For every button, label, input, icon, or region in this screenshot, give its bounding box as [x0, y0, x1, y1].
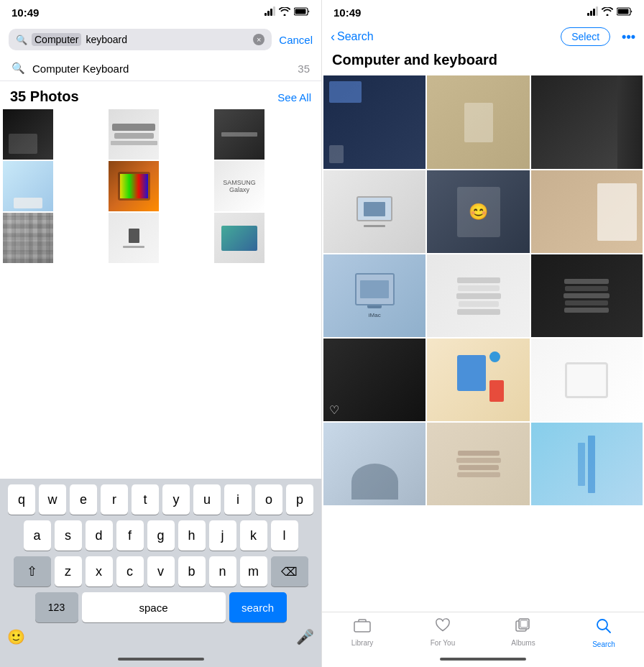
key-row-2: a s d f g h j k l	[3, 520, 318, 551]
back-label: Search	[337, 30, 374, 43]
tab-for-you[interactable]: For You	[402, 618, 483, 648]
search-clear-button[interactable]: ×	[253, 34, 264, 45]
suggestion-search-icon: 🔍	[12, 62, 25, 75]
key-i[interactable]: i	[224, 484, 252, 515]
photo-cell-6[interactable]: SAMSUNGGalaxy	[214, 161, 264, 211]
grid-row-1	[323, 75, 643, 169]
wifi-icon-right	[602, 7, 613, 18]
grid-cell-r5c1[interactable]	[323, 423, 426, 505]
photo-grid-left: SAMSUNGGalaxy	[1, 109, 320, 260]
tab-search[interactable]: Search	[564, 618, 644, 648]
grid-cell-r3c2[interactable]	[427, 254, 529, 337]
key-search[interactable]: search	[229, 592, 287, 622]
home-bar-left	[118, 658, 204, 661]
grid-row-2: 😊	[323, 170, 643, 253]
emoji-button[interactable]: 🙂	[7, 628, 25, 645]
search-tab-icon	[596, 618, 612, 638]
key-d[interactable]: d	[86, 520, 113, 551]
key-h[interactable]: h	[178, 520, 206, 551]
key-v[interactable]: v	[147, 556, 175, 586]
grid-cell-r2c1[interactable]	[323, 170, 426, 253]
key-r[interactable]: r	[101, 484, 128, 515]
albums-icon	[515, 618, 531, 637]
svg-rect-4	[354, 622, 370, 632]
grid-cell-r4c1[interactable]: ♡	[323, 339, 426, 421]
tab-library[interactable]: Library	[322, 618, 402, 648]
key-m[interactable]: m	[240, 556, 267, 586]
grid-cell-r1c3[interactable]	[531, 75, 643, 169]
cancel-button[interactable]: Cancel	[279, 34, 313, 46]
select-button[interactable]: Select	[561, 27, 610, 46]
grid-cell-r3c3[interactable]	[531, 254, 643, 337]
key-w[interactable]: w	[39, 484, 66, 515]
key-f[interactable]: f	[116, 520, 144, 551]
tab-for-you-label: For You	[431, 639, 455, 647]
tab-search-label: Search	[592, 640, 615, 648]
key-k[interactable]: k	[240, 520, 267, 551]
grid-cell-r3c1[interactable]: iMac	[323, 254, 426, 337]
more-button[interactable]: •••	[622, 29, 635, 45]
key-e[interactable]: e	[70, 484, 97, 515]
key-c[interactable]: c	[116, 556, 144, 586]
for-you-icon	[435, 618, 451, 637]
key-p[interactable]: p	[286, 484, 313, 515]
grid-cell-r2c2[interactable]: 😊	[427, 170, 529, 253]
suggestion-row[interactable]: 🔍 Computer Keyboard 35	[0, 56, 321, 81]
grid-row-5	[323, 423, 643, 505]
key-x[interactable]: x	[86, 556, 113, 586]
key-g[interactable]: g	[147, 520, 175, 551]
wifi-icon	[279, 7, 290, 18]
grid-cell-r2c3[interactable]	[531, 170, 643, 253]
key-q[interactable]: q	[8, 484, 35, 515]
key-row-3: ⇧ z x c v b n m ⌫	[3, 556, 318, 586]
photo-cell-2[interactable]	[109, 109, 159, 160]
status-bar-left: 10:49	[0, 0, 321, 23]
bottom-nav: Library For You Albums	[322, 612, 644, 651]
photo-cell-5[interactable]	[109, 161, 159, 211]
home-bar-right	[440, 658, 526, 661]
grid-cell-r4c3[interactable]	[531, 339, 643, 421]
search-icon-left: 🔍	[16, 34, 27, 45]
photo-cell-7[interactable]	[3, 213, 53, 263]
key-b[interactable]: b	[178, 556, 206, 586]
grid-cell-r5c2[interactable]	[427, 423, 529, 505]
photo-cell-8[interactable]	[109, 213, 159, 263]
key-o[interactable]: o	[255, 484, 282, 515]
chevron-left-icon: ‹	[331, 29, 335, 45]
grid-cell-r4c2[interactable]	[427, 339, 529, 421]
battery-icon	[294, 7, 310, 18]
key-delete[interactable]: ⌫	[271, 556, 308, 586]
search-input-wrap[interactable]: 🔍 Computer keyboard ×	[9, 29, 272, 50]
tab-albums[interactable]: Albums	[483, 618, 564, 648]
time-right: 10:49	[334, 6, 361, 19]
nav-bar-right: ‹ Search Select •••	[322, 23, 644, 52]
key-space[interactable]: space	[82, 592, 226, 622]
key-j[interactable]: j	[209, 520, 236, 551]
key-s[interactable]: s	[55, 520, 82, 551]
key-u[interactable]: u	[193, 484, 221, 515]
microphone-button[interactable]: 🎤	[296, 628, 314, 645]
grid-cell-r1c1[interactable]	[323, 75, 426, 169]
key-n[interactable]: n	[209, 556, 236, 586]
photo-cell-4[interactable]	[3, 161, 53, 211]
key-shift[interactable]: ⇧	[14, 556, 51, 586]
key-a[interactable]: a	[24, 520, 51, 551]
key-numbers[interactable]: 123	[35, 592, 78, 622]
photo-cell-9[interactable]	[214, 213, 264, 263]
photo-cell-1[interactable]	[3, 109, 53, 160]
grid-cell-r5c3[interactable]	[531, 423, 643, 505]
key-t[interactable]: t	[132, 484, 159, 515]
suggestion-text: Computer Keyboard	[32, 63, 129, 75]
see-all-button[interactable]: See All	[277, 91, 311, 104]
library-icon	[354, 618, 371, 637]
back-button[interactable]: ‹ Search	[331, 29, 374, 45]
status-bar-right: 10:49	[322, 0, 644, 23]
key-y[interactable]: y	[162, 484, 190, 515]
phone-right: 10:49	[322, 0, 644, 667]
grid-cell-r1c2[interactable]	[427, 75, 529, 169]
photo-cell-3[interactable]	[214, 109, 264, 160]
album-title: Computer and keyboard	[322, 52, 644, 75]
key-z[interactable]: z	[55, 556, 82, 586]
key-l[interactable]: l	[271, 520, 298, 551]
photo-grid-right: 😊 iMac	[322, 75, 644, 612]
